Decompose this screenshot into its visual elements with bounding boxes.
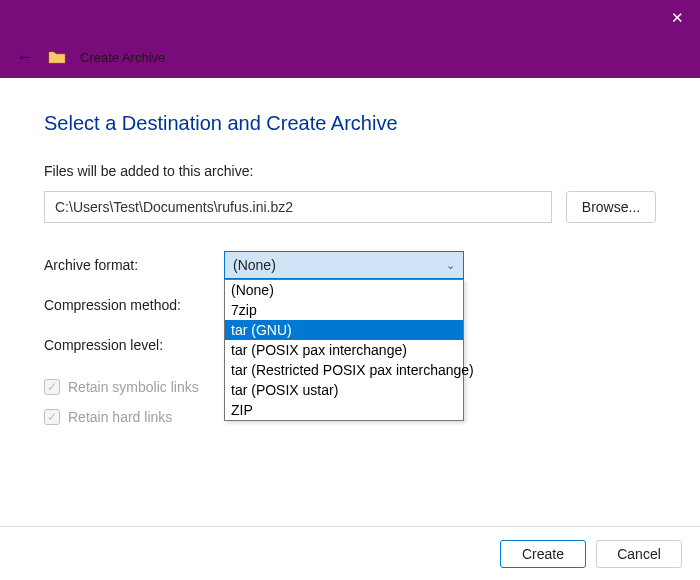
archive-format-option[interactable]: 7zip: [225, 300, 463, 320]
cancel-button[interactable]: Cancel: [596, 540, 682, 568]
header-bar: ← Create Archive: [0, 36, 700, 78]
archive-format-option[interactable]: (None): [225, 280, 463, 300]
archive-format-option[interactable]: ZIP: [225, 400, 463, 420]
back-arrow-icon[interactable]: ←: [16, 47, 34, 68]
check-icon: ✓: [47, 380, 57, 394]
path-row: Browse...: [44, 191, 656, 223]
dialog-footer: Create Cancel: [0, 526, 700, 580]
archive-format-option[interactable]: tar (GNU): [225, 320, 463, 340]
browse-button[interactable]: Browse...: [566, 191, 656, 223]
check-icon: ✓: [47, 410, 57, 424]
archive-format-selected-value: (None): [233, 257, 276, 273]
retain-hard-links-label: Retain hard links: [68, 409, 172, 425]
archive-format-select[interactable]: (None) ⌄: [224, 251, 464, 279]
intro-text: Files will be added to this archive:: [44, 163, 656, 179]
compression-level-label: Compression level:: [44, 337, 224, 353]
retain-hard-links-checkbox: ✓: [44, 409, 60, 425]
header-title: Create Archive: [80, 50, 165, 65]
close-button[interactable]: ✕: [654, 0, 700, 36]
archive-format-option[interactable]: tar (POSIX pax interchange): [225, 340, 463, 360]
chevron-down-icon: ⌄: [446, 259, 455, 272]
archive-format-dropdown: (None)7ziptar (GNU)tar (POSIX pax interc…: [224, 279, 464, 421]
archive-format-option[interactable]: tar (POSIX ustar): [225, 380, 463, 400]
archive-format-select-wrap: (None) ⌄ (None)7ziptar (GNU)tar (POSIX p…: [224, 251, 464, 279]
archive-path-input[interactable]: [44, 191, 552, 223]
compression-method-label: Compression method:: [44, 297, 224, 313]
archive-format-option[interactable]: tar (Restricted POSIX pax interchange): [225, 360, 463, 380]
title-bar: ✕: [0, 0, 700, 36]
folder-icon: [48, 50, 66, 64]
create-button[interactable]: Create: [500, 540, 586, 568]
content-area: Select a Destination and Create Archive …: [0, 78, 700, 425]
close-icon: ✕: [671, 9, 684, 27]
retain-symbolic-links-label: Retain symbolic links: [68, 379, 199, 395]
archive-format-row: Archive format: (None) ⌄ (None)7ziptar (…: [44, 245, 656, 285]
page-title: Select a Destination and Create Archive: [44, 112, 656, 135]
archive-format-label: Archive format:: [44, 257, 224, 273]
dialog-window: ✕ ← Create Archive Select a Destination …: [0, 0, 700, 580]
retain-symbolic-links-checkbox: ✓: [44, 379, 60, 395]
